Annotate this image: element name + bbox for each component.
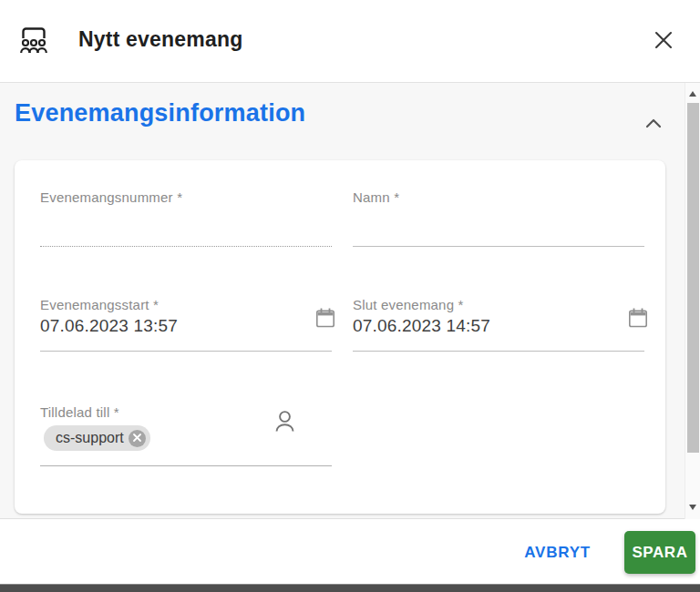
triangle-up-icon[interactable]	[689, 91, 696, 97]
close-icon	[653, 40, 674, 54]
event-start-label: Evenemangsstart *	[40, 297, 332, 312]
event-start-value[interactable]: 07.06.2023 13:57	[40, 316, 332, 336]
cancel-button[interactable]: AVBRYT	[511, 531, 603, 574]
event-end-value[interactable]: 07.06.2023 14:57	[353, 316, 644, 336]
dialog-footer: AVBRYT SPARA	[0, 520, 700, 584]
calendar-icon[interactable]	[313, 305, 338, 331]
assigned-to-field[interactable]: Tilldelad till * cs-support	[40, 404, 332, 466]
save-button[interactable]: SPARA	[624, 531, 695, 574]
chip-label: cs-support	[56, 430, 124, 446]
event-end-label: Slut evenemang *	[353, 297, 644, 312]
event-start-field[interactable]: Evenemangsstart * 07.06.2023 13:57	[40, 297, 332, 352]
assigned-chip: cs-support	[44, 425, 150, 451]
person-icon[interactable]	[271, 407, 299, 437]
name-field[interactable]: Namn *	[353, 189, 644, 247]
chip-remove-button[interactable]	[129, 430, 146, 447]
scrollbar[interactable]	[685, 83, 700, 519]
dialog-header: Nytt evenemang	[0, 0, 700, 82]
dialog-body: Evenemangsinformation Evenemangsnummer *…	[0, 82, 700, 519]
triangle-down-icon[interactable]	[689, 505, 696, 510]
background-page-edge	[0, 584, 700, 592]
scrollbar-thumb[interactable]	[687, 103, 699, 453]
event-number-field[interactable]: Evenemangsnummer *	[40, 189, 332, 247]
name-input[interactable]	[353, 205, 644, 236]
chevron-up-icon[interactable]	[645, 116, 662, 127]
calendar-icon[interactable]	[625, 305, 651, 331]
section-title: Evenemangsinformation	[15, 99, 305, 128]
circle-x-icon	[132, 432, 142, 445]
name-label: Namn *	[353, 189, 644, 205]
event-end-field[interactable]: Slut evenemang * 07.06.2023 14:57	[353, 297, 644, 352]
event-number-label: Evenemangsnummer *	[40, 189, 332, 205]
dialog-title: Nytt evenemang	[78, 27, 242, 52]
close-button[interactable]	[651, 28, 676, 54]
event-info-card: Evenemangsnummer * Namn * Evenemangsstar…	[15, 160, 665, 514]
event-audience-icon	[15, 21, 52, 59]
new-event-dialog: Nytt evenemang Evenemangsinformation Eve…	[0, 0, 700, 592]
event-number-input[interactable]	[40, 205, 332, 236]
